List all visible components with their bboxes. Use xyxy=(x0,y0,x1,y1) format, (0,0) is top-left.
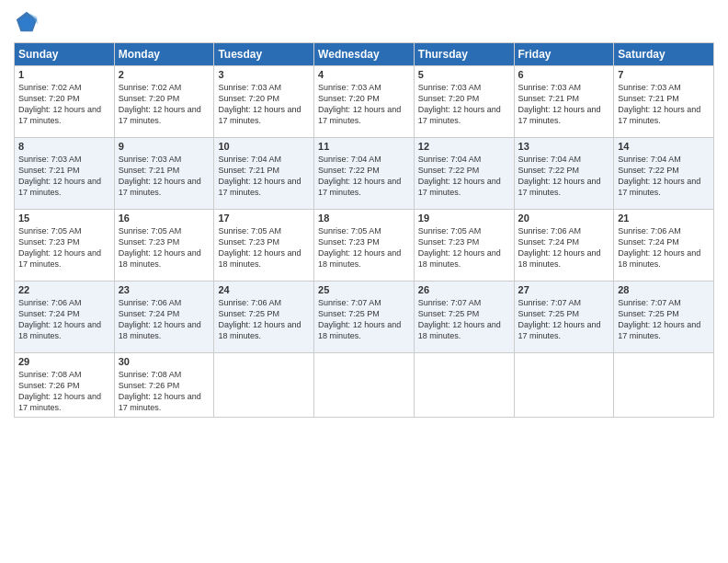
calendar-cell: 9 Sunrise: 7:03 AM Sunset: 7:21 PM Dayli… xyxy=(114,138,214,210)
calendar-cell: 22 Sunrise: 7:06 AM Sunset: 7:24 PM Dayl… xyxy=(15,282,115,353)
page-header xyxy=(14,9,714,35)
calendar-cell xyxy=(614,353,714,418)
day-number: 4 xyxy=(318,69,410,80)
cell-info: Sunrise: 7:05 AM Sunset: 7:23 PM Dayligh… xyxy=(318,225,410,270)
calendar-cell: 1 Sunrise: 7:02 AM Sunset: 7:20 PM Dayli… xyxy=(15,66,115,138)
cell-info: Sunrise: 7:04 AM Sunset: 7:22 PM Dayligh… xyxy=(618,154,710,199)
day-number: 5 xyxy=(418,69,510,80)
cell-info: Sunrise: 7:07 AM Sunset: 7:25 PM Dayligh… xyxy=(318,297,410,342)
calendar-cell: 4 Sunrise: 7:03 AM Sunset: 7:20 PM Dayli… xyxy=(314,66,415,138)
cell-info: Sunrise: 7:04 AM Sunset: 7:22 PM Dayligh… xyxy=(518,154,610,199)
day-number: 6 xyxy=(518,69,610,80)
calendar-cell: 6 Sunrise: 7:03 AM Sunset: 7:21 PM Dayli… xyxy=(514,66,614,138)
calendar-cell: 23 Sunrise: 7:06 AM Sunset: 7:24 PM Dayl… xyxy=(114,282,214,353)
calendar-cell: 25 Sunrise: 7:07 AM Sunset: 7:25 PM Dayl… xyxy=(314,282,415,353)
header-saturday: Saturday xyxy=(614,43,714,66)
calendar-cell: 15 Sunrise: 7:05 AM Sunset: 7:23 PM Dayl… xyxy=(15,210,115,282)
cell-info: Sunrise: 7:03 AM Sunset: 7:20 PM Dayligh… xyxy=(318,82,410,127)
calendar-cell xyxy=(214,353,314,418)
cell-info: Sunrise: 7:05 AM Sunset: 7:23 PM Dayligh… xyxy=(218,225,310,270)
calendar-cell: 14 Sunrise: 7:04 AM Sunset: 7:22 PM Dayl… xyxy=(614,138,714,210)
cell-info: Sunrise: 7:06 AM Sunset: 7:25 PM Dayligh… xyxy=(218,297,310,342)
calendar-cell: 8 Sunrise: 7:03 AM Sunset: 7:21 PM Dayli… xyxy=(15,138,115,210)
day-number: 15 xyxy=(18,213,110,224)
cell-info: Sunrise: 7:03 AM Sunset: 7:20 PM Dayligh… xyxy=(418,82,510,127)
calendar-cell: 19 Sunrise: 7:05 AM Sunset: 7:23 PM Dayl… xyxy=(414,210,514,282)
calendar-cell: 20 Sunrise: 7:06 AM Sunset: 7:24 PM Dayl… xyxy=(514,210,614,282)
calendar-week-row: 8 Sunrise: 7:03 AM Sunset: 7:21 PM Dayli… xyxy=(15,138,714,210)
day-number: 12 xyxy=(418,141,510,152)
day-number: 23 xyxy=(119,284,210,295)
cell-info: Sunrise: 7:04 AM Sunset: 7:22 PM Dayligh… xyxy=(418,154,510,199)
day-number: 9 xyxy=(119,141,210,152)
day-number: 14 xyxy=(618,141,710,152)
calendar-week-row: 1 Sunrise: 7:02 AM Sunset: 7:20 PM Dayli… xyxy=(15,66,714,138)
header-monday: Monday xyxy=(114,43,214,66)
cell-info: Sunrise: 7:02 AM Sunset: 7:20 PM Dayligh… xyxy=(119,82,210,127)
calendar-cell: 10 Sunrise: 7:04 AM Sunset: 7:21 PM Dayl… xyxy=(214,138,314,210)
calendar-cell: 26 Sunrise: 7:07 AM Sunset: 7:25 PM Dayl… xyxy=(414,282,514,353)
cell-info: Sunrise: 7:05 AM Sunset: 7:23 PM Dayligh… xyxy=(119,225,210,270)
calendar-cell: 30 Sunrise: 7:08 AM Sunset: 7:26 PM Dayl… xyxy=(114,353,214,418)
calendar-cell xyxy=(314,353,415,418)
day-number: 19 xyxy=(418,213,510,224)
cell-info: Sunrise: 7:06 AM Sunset: 7:24 PM Dayligh… xyxy=(18,297,110,342)
day-number: 17 xyxy=(218,213,310,224)
calendar-cell: 24 Sunrise: 7:06 AM Sunset: 7:25 PM Dayl… xyxy=(214,282,314,353)
cell-info: Sunrise: 7:03 AM Sunset: 7:21 PM Dayligh… xyxy=(119,154,210,199)
header-sunday: Sunday xyxy=(15,43,115,66)
calendar-cell: 3 Sunrise: 7:03 AM Sunset: 7:20 PM Dayli… xyxy=(214,66,314,138)
calendar-week-row: 15 Sunrise: 7:05 AM Sunset: 7:23 PM Dayl… xyxy=(15,210,714,282)
cell-info: Sunrise: 7:03 AM Sunset: 7:21 PM Dayligh… xyxy=(518,82,610,127)
calendar-cell: 17 Sunrise: 7:05 AM Sunset: 7:23 PM Dayl… xyxy=(214,210,314,282)
day-number: 24 xyxy=(218,284,310,295)
cell-info: Sunrise: 7:03 AM Sunset: 7:20 PM Dayligh… xyxy=(218,82,310,127)
header-thursday: Thursday xyxy=(414,43,514,66)
cell-info: Sunrise: 7:05 AM Sunset: 7:23 PM Dayligh… xyxy=(418,225,510,270)
cell-info: Sunrise: 7:04 AM Sunset: 7:21 PM Dayligh… xyxy=(218,154,310,199)
calendar-cell: 27 Sunrise: 7:07 AM Sunset: 7:25 PM Dayl… xyxy=(514,282,614,353)
calendar-cell: 16 Sunrise: 7:05 AM Sunset: 7:23 PM Dayl… xyxy=(114,210,214,282)
day-number: 3 xyxy=(218,69,310,80)
day-number: 29 xyxy=(18,356,110,367)
cell-info: Sunrise: 7:02 AM Sunset: 7:20 PM Dayligh… xyxy=(18,82,110,127)
logo xyxy=(14,9,43,35)
day-number: 2 xyxy=(119,69,210,80)
cell-info: Sunrise: 7:06 AM Sunset: 7:24 PM Dayligh… xyxy=(618,225,710,270)
calendar-cell: 2 Sunrise: 7:02 AM Sunset: 7:20 PM Dayli… xyxy=(114,66,214,138)
cell-info: Sunrise: 7:05 AM Sunset: 7:23 PM Dayligh… xyxy=(18,225,110,270)
cell-info: Sunrise: 7:07 AM Sunset: 7:25 PM Dayligh… xyxy=(618,297,710,342)
day-number: 8 xyxy=(18,141,110,152)
day-number: 16 xyxy=(119,213,210,224)
calendar-cell: 18 Sunrise: 7:05 AM Sunset: 7:23 PM Dayl… xyxy=(314,210,415,282)
calendar-cell: 5 Sunrise: 7:03 AM Sunset: 7:20 PM Dayli… xyxy=(414,66,514,138)
calendar-cell: 13 Sunrise: 7:04 AM Sunset: 7:22 PM Dayl… xyxy=(514,138,614,210)
day-number: 21 xyxy=(618,213,710,224)
calendar-cell: 12 Sunrise: 7:04 AM Sunset: 7:22 PM Dayl… xyxy=(414,138,514,210)
calendar-cell xyxy=(414,353,514,418)
calendar-week-row: 22 Sunrise: 7:06 AM Sunset: 7:24 PM Dayl… xyxy=(15,282,714,353)
cell-info: Sunrise: 7:06 AM Sunset: 7:24 PM Dayligh… xyxy=(119,297,210,342)
day-number: 22 xyxy=(18,284,110,295)
cell-info: Sunrise: 7:04 AM Sunset: 7:22 PM Dayligh… xyxy=(318,154,410,199)
day-number: 25 xyxy=(318,284,410,295)
day-number: 26 xyxy=(418,284,510,295)
day-number: 18 xyxy=(318,213,410,224)
day-number: 30 xyxy=(119,356,210,367)
cell-info: Sunrise: 7:03 AM Sunset: 7:21 PM Dayligh… xyxy=(618,82,710,127)
calendar-cell: 29 Sunrise: 7:08 AM Sunset: 7:26 PM Dayl… xyxy=(15,353,115,418)
calendar-cell: 11 Sunrise: 7:04 AM Sunset: 7:22 PM Dayl… xyxy=(314,138,415,210)
day-number: 1 xyxy=(18,69,110,80)
cell-info: Sunrise: 7:03 AM Sunset: 7:21 PM Dayligh… xyxy=(18,154,110,199)
day-number: 13 xyxy=(518,141,610,152)
calendar-table: SundayMondayTuesdayWednesdayThursdayFrid… xyxy=(14,42,714,418)
day-number: 7 xyxy=(618,69,710,80)
calendar-cell: 28 Sunrise: 7:07 AM Sunset: 7:25 PM Dayl… xyxy=(614,282,714,353)
cell-info: Sunrise: 7:07 AM Sunset: 7:25 PM Dayligh… xyxy=(518,297,610,342)
header-tuesday: Tuesday xyxy=(214,43,314,66)
day-number: 11 xyxy=(318,141,410,152)
day-number: 20 xyxy=(518,213,610,224)
cell-info: Sunrise: 7:08 AM Sunset: 7:26 PM Dayligh… xyxy=(18,369,110,414)
logo-icon xyxy=(14,9,40,35)
header-friday: Friday xyxy=(514,43,614,66)
